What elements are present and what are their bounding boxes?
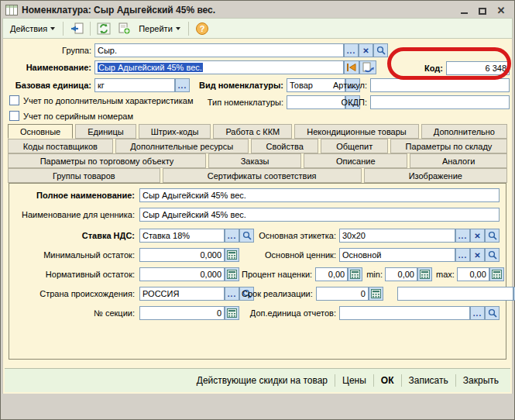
magnifier-icon (376, 46, 386, 55)
tab-izobrazhenie[interactable]: Изображение (364, 168, 507, 183)
full-name-input[interactable] (139, 188, 500, 202)
shelf-life-input[interactable] (316, 287, 369, 301)
section-number-label: № секции: (12, 308, 135, 318)
standard-stock-calc-button[interactable] (225, 267, 239, 281)
markup-min-label: min: (366, 270, 383, 279)
toolbar: Действия Перейти ? (2, 18, 513, 39)
extra-characteristics-checkbox[interactable] (9, 95, 19, 105)
main-price-tag-clear-button[interactable]: ✕ (470, 248, 485, 262)
tab-nekonditsionnye[interactable]: Некондиционные товары (294, 124, 419, 139)
open-related-button[interactable] (359, 60, 376, 74)
chevron-down-icon (176, 27, 180, 30)
magnifier-icon (488, 250, 497, 260)
maximize-icon[interactable] (477, 5, 488, 15)
tab-kody-postavshchikov[interactable]: Коды поставщиков (8, 139, 113, 153)
magnifier-icon (488, 231, 497, 240)
goto-menu-button[interactable]: Перейти (135, 22, 184, 35)
markup-min-input[interactable] (385, 267, 417, 281)
tab-rabota-s-kkm[interactable]: Работа с ККМ (213, 124, 292, 139)
main-price-tag-select-button[interactable]: ... (455, 248, 470, 262)
reread-button[interactable] (67, 20, 86, 37)
group-search-button[interactable] (373, 43, 388, 57)
document-curved-arrow-icon (362, 62, 374, 73)
group-select-button[interactable]: ... (344, 43, 359, 57)
group-label: Группа: (3, 46, 91, 55)
shelf-life-unit-input[interactable] (397, 287, 513, 301)
code-input[interactable] (446, 61, 510, 75)
calculator-icon (227, 308, 237, 318)
tab-parametry-po-skladu[interactable]: Параметры по складу (390, 139, 507, 153)
tab-osnovnye[interactable]: Основные (8, 124, 73, 139)
calculator-icon (420, 270, 430, 279)
okdp-input[interactable] (370, 95, 510, 109)
price-tag-name-input[interactable] (139, 208, 500, 222)
save-button[interactable]: Записать (402, 374, 455, 387)
main-label-template-input[interactable] (339, 229, 455, 243)
markup-min-calc-button[interactable] (417, 267, 432, 281)
shelf-life-label: Срок реализации: (242, 289, 313, 298)
shelf-life-calc-button[interactable] (369, 287, 383, 301)
tab-opisanie[interactable]: Описание (304, 153, 407, 168)
markup-percent-input[interactable] (315, 267, 348, 281)
standard-stock-input[interactable] (139, 267, 225, 281)
minimize-icon[interactable] (458, 5, 469, 15)
close-button[interactable]: Закрыть (456, 374, 506, 387)
tab-zakazy[interactable]: Заказы (208, 153, 301, 168)
article-label: Артикул: (313, 81, 367, 90)
refresh-icon (97, 22, 111, 35)
help-button[interactable]: ? (193, 20, 211, 37)
group-clear-button[interactable]: ✕ (359, 43, 373, 57)
main-label-select-button[interactable]: ... (455, 229, 470, 243)
okdp-label: ОКДП: (313, 98, 367, 107)
min-stock-calc-button[interactable] (225, 248, 239, 262)
refresh-button[interactable] (94, 20, 113, 37)
ok-button[interactable]: ОК (374, 374, 401, 387)
min-stock-label: Минимальный остаток: (12, 250, 135, 260)
main-label-search-button[interactable] (485, 229, 500, 243)
extra-report-unit-label: Доп.единица отчетов: (242, 308, 336, 318)
extra-report-unit-search-button[interactable] (485, 306, 500, 320)
base-unit-select-button[interactable]: ... (175, 78, 190, 92)
serial-numbers-checkbox[interactable] (9, 111, 19, 121)
tab-obshchepit[interactable]: Общепит (321, 139, 387, 153)
calculator-icon (227, 250, 237, 260)
extra-report-unit-select-button[interactable]: ... (470, 306, 485, 320)
main-price-tag-input[interactable] (339, 248, 455, 262)
main-price-tag-label: Основной ценник: (242, 250, 336, 260)
prices-button[interactable]: Цены (335, 374, 373, 387)
chevron-down-icon (50, 27, 55, 30)
tab-sertifikaty[interactable]: Сертификаты соответствия (163, 168, 362, 183)
history-back-button[interactable] (344, 60, 359, 74)
tab-edinitsy[interactable]: Единицы (75, 124, 136, 139)
vat-rate-input[interactable] (139, 229, 225, 243)
country-select-button[interactable]: ... (225, 287, 239, 301)
markup-calc-button[interactable] (348, 267, 362, 281)
main-label-clear-button[interactable]: ✕ (470, 229, 485, 243)
tab-analogi[interactable]: Аналоги (410, 153, 507, 168)
base-unit-input[interactable] (94, 78, 175, 92)
tab-dopolnitelno[interactable]: Дополнительно (421, 124, 507, 139)
active-discounts-button[interactable]: Действующие скидки на товар (190, 374, 335, 387)
nomenclature-window: Номенклатура: Сыр Адыгейский 45% вес. ✕ … (0, 0, 515, 420)
markup-max-calc-button[interactable] (489, 267, 504, 281)
copy-item-button[interactable] (115, 20, 133, 37)
tab-gruppy-tovarov[interactable]: Группы товаров (8, 168, 160, 183)
name-input[interactable]: Сыр Адыгейский 45% вес. (94, 60, 344, 74)
titlebar[interactable]: Номенклатура: Сыр Адыгейский 45% вес. ✕ (2, 2, 513, 18)
tab-dop-resursy[interactable]: Дополнительные ресурсы (115, 139, 249, 153)
country-input[interactable] (139, 287, 225, 301)
close-icon[interactable]: ✕ (496, 5, 506, 15)
actions-menu-button[interactable]: Действия (6, 22, 59, 35)
section-number-input[interactable] (139, 306, 225, 320)
tab-shtrih-kody[interactable]: Штрих-коды (139, 124, 211, 139)
article-input[interactable] (370, 78, 510, 92)
group-input[interactable] (94, 43, 344, 57)
vat-rate-select-button[interactable]: ... (225, 229, 239, 243)
extra-report-unit-input[interactable] (339, 306, 470, 320)
section-number-calc-button[interactable] (225, 306, 239, 320)
markup-max-input[interactable] (457, 267, 489, 281)
tab-svoystva[interactable]: Свойства (251, 139, 319, 153)
min-stock-input[interactable] (139, 248, 225, 262)
main-price-tag-search-button[interactable] (485, 248, 500, 262)
tab-parametry-torg-obekt[interactable]: Параметры по торговому объекту (8, 153, 206, 168)
